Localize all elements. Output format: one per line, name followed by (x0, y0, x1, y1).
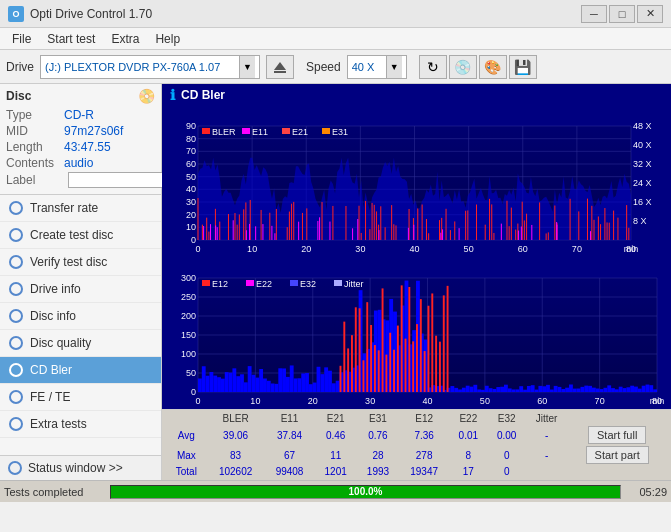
nav-label-create-test-disc: Create test disc (30, 228, 113, 242)
disc-mid-value: 97m27s06f (64, 124, 123, 138)
stats-cell-0-6: 0.00 (488, 425, 526, 445)
status-window-icon (8, 461, 22, 475)
stats-col-e32: E32 (488, 412, 526, 425)
chart-title-text: CD Bler (181, 88, 225, 102)
status-window-button[interactable]: Status window >> (0, 455, 161, 480)
disc-length-value: 43:47.55 (64, 140, 111, 154)
menu-item-help[interactable]: Help (147, 30, 188, 48)
disc-contents-row: Contents audio (6, 156, 155, 170)
save-button[interactable]: 💾 (509, 55, 537, 79)
stats-cell-2-1: 99408 (265, 465, 315, 478)
refresh-button[interactable]: ↻ (419, 55, 447, 79)
nav-icon-fe-te (8, 389, 24, 405)
nav-icon-disc-quality (8, 335, 24, 351)
stats-cell-0-3: 0.76 (357, 425, 399, 445)
stats-row-total: Total102602994081201199319347170 (166, 465, 667, 478)
color-button[interactable]: 🎨 (479, 55, 507, 79)
chart2-canvas (166, 260, 667, 409)
eject-button[interactable] (266, 55, 294, 79)
stats-tbody: Avg39.0637.840.460.767.360.010.00-Start … (166, 425, 667, 478)
start-button-start-full[interactable]: Start full (588, 426, 646, 444)
disc-header: Disc 📀 (6, 88, 155, 104)
stats-row-label-1: Max (166, 445, 207, 465)
toolbar-buttons: ↻ 💿 🎨 💾 (419, 55, 537, 79)
nav-item-drive-info[interactable]: Drive info (0, 276, 161, 303)
nav-icon-cd-bler (8, 362, 24, 378)
chart2-container (166, 260, 667, 409)
disc-type-label: Type (6, 108, 64, 122)
drive-selector[interactable]: (J:) PLEXTOR DVDR PX-760A 1.07 ▼ (40, 55, 260, 79)
disc-icon: 📀 (138, 88, 155, 104)
stats-cell-0-4: 7.36 (399, 425, 449, 445)
disc-mid-label: MID (6, 124, 64, 138)
minimize-button[interactable]: ─ (581, 5, 607, 23)
app-title: Opti Drive Control 1.70 (30, 7, 152, 21)
disc-button[interactable]: 💿 (449, 55, 477, 79)
nav-icon-verify-test-disc (8, 254, 24, 270)
progress-bar-area: Tests completed 100.0% 05:29 (0, 480, 671, 502)
stats-cell-1-6: 0 (488, 445, 526, 465)
nav-icon-disc-info (8, 308, 24, 324)
speed-dropdown-arrow[interactable]: ▼ (386, 56, 402, 78)
disc-contents-label: Contents (6, 156, 64, 170)
stats-cell-1-2: 11 (315, 445, 357, 465)
nav-item-verify-test-disc[interactable]: Verify test disc (0, 249, 161, 276)
stats-row-label-2: Total (166, 465, 207, 478)
disc-length-label: Length (6, 140, 64, 154)
speed-value: 40 X (352, 61, 375, 73)
disc-section-title: Disc (6, 89, 31, 103)
nav-icon-extra-tests (8, 416, 24, 432)
nav-item-fe-te[interactable]: FE / TE (0, 384, 161, 411)
menu-item-extra[interactable]: Extra (103, 30, 147, 48)
disc-type-row: Type CD-R (6, 108, 155, 122)
stats-cell-1-3: 28 (357, 445, 399, 465)
stats-col-bler: BLER (207, 412, 265, 425)
nav-label-fe-te: FE / TE (30, 390, 70, 404)
chart-title-icon: ℹ (170, 87, 175, 103)
disc-label-row: Label ✓ (6, 172, 155, 188)
close-button[interactable]: ✕ (637, 5, 663, 23)
disc-type-value: CD-R (64, 108, 94, 122)
nav-item-transfer-rate[interactable]: Transfer rate (0, 195, 161, 222)
stats-col-e12: E12 (399, 412, 449, 425)
stats-cell-2-5: 17 (449, 465, 487, 478)
disc-label-label: Label (6, 173, 64, 187)
stats-cell-2-7 (526, 465, 567, 478)
stats-row-max: Max8367112827880-Start part (166, 445, 667, 465)
chart-title-bar: ℹ CD Bler (162, 84, 671, 106)
nav-item-create-test-disc[interactable]: Create test disc (0, 222, 161, 249)
nav-item-disc-info[interactable]: Disc info (0, 303, 161, 330)
start-button-start-part[interactable]: Start part (586, 446, 649, 464)
app-icon: O (8, 6, 24, 22)
chart1-container (166, 108, 667, 258)
drive-dropdown-arrow[interactable]: ▼ (239, 56, 255, 78)
charts-wrapper (162, 106, 671, 409)
status-window-label: Status window >> (28, 461, 123, 475)
nav-label-cd-bler: CD Bler (30, 363, 72, 377)
nav-label-drive-info: Drive info (30, 282, 81, 296)
main-layout: Disc 📀 Type CD-R MID 97m27s06f Length 43… (0, 84, 671, 480)
disc-mid-row: MID 97m27s06f (6, 124, 155, 138)
time-text: 05:29 (627, 486, 667, 498)
nav-item-disc-quality[interactable]: Disc quality (0, 330, 161, 357)
speed-selector[interactable]: 40 X ▼ (347, 55, 407, 79)
stats-col-e22: E22 (449, 412, 487, 425)
svg-marker-0 (274, 62, 286, 70)
svg-rect-1 (274, 71, 286, 73)
stats-cell-1-4: 278 (399, 445, 449, 465)
maximize-button[interactable]: □ (609, 5, 635, 23)
title-bar-left: O Opti Drive Control 1.70 (8, 6, 152, 22)
status-text: Tests completed (4, 486, 104, 498)
nav-item-extra-tests[interactable]: Extra tests (0, 411, 161, 438)
sidebar: Disc 📀 Type CD-R MID 97m27s06f Length 43… (0, 84, 162, 480)
nav-icon-create-test-disc (8, 227, 24, 243)
stats-col-e21: E21 (315, 412, 357, 425)
nav-item-cd-bler[interactable]: CD Bler (0, 357, 161, 384)
drive-bar: Drive (J:) PLEXTOR DVDR PX-760A 1.07 ▼ S… (0, 50, 671, 84)
stats-cell-1-7: - (526, 445, 567, 465)
stats-table: BLER E11 E21 E31 E12 E22 E32 Jitter Avg3… (166, 412, 667, 478)
menu-item-start-test[interactable]: Start test (39, 30, 103, 48)
stats-cell-2-2: 1201 (315, 465, 357, 478)
menu-item-file[interactable]: File (4, 30, 39, 48)
stats-cell-1-5: 8 (449, 445, 487, 465)
